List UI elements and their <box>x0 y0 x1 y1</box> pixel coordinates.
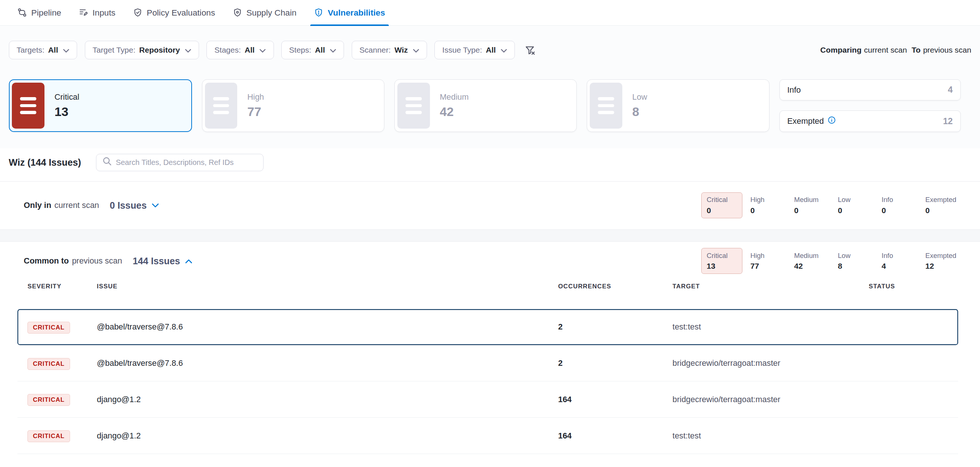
target-cell: bridgecrewio/terragoat:master <box>672 358 869 368</box>
group-prefix: Common to <box>24 256 69 266</box>
critical-list-icon <box>12 83 45 129</box>
chip-low: Low 0 <box>832 192 873 218</box>
target-cell: test:test <box>672 322 869 332</box>
occurrences-cell: 2 <box>558 358 673 368</box>
wiz-header-row: Wiz (144 Issues) <box>0 153 980 172</box>
chip-critical: Critical 0 <box>701 192 742 218</box>
group-header: Common to previous scan 144 Issues Criti… <box>0 241 980 281</box>
severity-badge: CRITICAL <box>27 358 70 370</box>
issue-cell: django@1.2 <box>97 395 558 404</box>
low-list-icon <box>590 83 622 129</box>
chevron-down-icon <box>184 46 191 54</box>
only-in-current-scan-panel: Only in current scan 0 Issues Critical 0… <box>0 181 980 230</box>
common-to-previous-issues-toggle[interactable]: 144 Issues <box>133 256 193 267</box>
table-header-row: SEVERITY ISSUE OCCURRENCES TARGET STATUS <box>18 280 958 301</box>
common-to-previous-scan-panel: Common to previous scan 144 Issues Criti… <box>0 241 980 467</box>
clear-filters-icon[interactable] <box>522 42 538 58</box>
tab-supply-chain[interactable]: Supply Chain <box>224 0 305 25</box>
target-cell: test:test <box>672 431 869 441</box>
severity-card-label: Critical <box>54 92 79 102</box>
col-status: STATUS <box>869 283 958 290</box>
pipeline-icon <box>18 8 27 17</box>
search-box <box>96 154 264 171</box>
tab-label: Pipeline <box>31 8 61 18</box>
tab-vulnerabilities[interactable]: Vulnerabilities <box>305 0 394 25</box>
severity-card-count: 42 <box>440 105 469 119</box>
exempted-card-count: 12 <box>943 116 953 126</box>
group-rest: previous scan <box>72 256 122 266</box>
issue-cell: django@1.2 <box>97 431 558 441</box>
medium-list-icon <box>397 83 430 129</box>
chip-high: High 77 <box>745 248 786 274</box>
severity-card-count: 13 <box>54 105 79 119</box>
scanner-filter[interactable]: Scanner: Wiz <box>352 41 427 60</box>
exempted-card-label: Exempted <box>787 116 824 126</box>
search-input[interactable] <box>116 158 257 167</box>
stages-filter[interactable]: Stages: All <box>207 41 274 60</box>
issues-table: SEVERITY ISSUE OCCURRENCES TARGET STATUS… <box>18 280 958 454</box>
severity-badge: CRITICAL <box>27 430 70 442</box>
severity-badge: CRITICAL <box>27 322 70 334</box>
target-cell: bridgecrewio/terragoat:master <box>672 395 869 404</box>
chevron-up-icon <box>185 256 192 266</box>
occurrences-cell: 2 <box>558 322 673 332</box>
targets-filter[interactable]: Targets: All <box>9 41 78 60</box>
group-header: Only in current scan 0 Issues Critical 0… <box>0 182 980 229</box>
severity-card-label: Medium <box>440 92 469 102</box>
filter-row: Targets: All Target Type: Repository Sta… <box>0 41 980 60</box>
filters-section: Targets: All Target Type: Repository Sta… <box>0 25 980 148</box>
severity-card-low[interactable]: Low 8 <box>587 79 769 132</box>
exempted-card[interactable]: Exempted 12 <box>780 110 961 132</box>
tab-label: Supply Chain <box>247 8 296 18</box>
chevron-down-icon <box>151 200 159 210</box>
target-type-filter[interactable]: Target Type: Repository <box>85 41 199 60</box>
col-occurrences: OCCURRENCES <box>558 283 673 290</box>
severity-card-high[interactable]: High 77 <box>202 79 384 132</box>
chevron-down-icon <box>500 46 507 54</box>
search-icon <box>103 157 111 168</box>
severity-card-label: High <box>247 92 264 102</box>
severity-card-count: 8 <box>632 105 647 119</box>
table-row[interactable]: CRITICAL django@1.2 164 test:test <box>18 418 958 454</box>
chip-critical: Critical 13 <box>701 248 742 274</box>
tab-label: Vulnerabilities <box>328 8 385 18</box>
supply-chain-icon <box>233 8 242 17</box>
chip-medium: Medium 0 <box>789 192 830 218</box>
section-title: Wiz (144 Issues) <box>9 157 81 168</box>
severity-card-label: Low <box>632 92 647 102</box>
scan-comparison-area: Only in current scan 0 Issues Critical 0… <box>0 181 980 467</box>
tab-policy-evaluations[interactable]: Policy Evaluations <box>124 0 224 25</box>
chip-high: High 0 <box>745 192 786 218</box>
table-row[interactable]: CRITICAL @babel/traverse@7.8.6 2 bridgec… <box>18 345 958 382</box>
chip-low: Low 8 <box>832 248 873 274</box>
issue-type-filter[interactable]: Issue Type: All <box>434 41 515 60</box>
chevron-down-icon <box>62 46 69 54</box>
steps-filter[interactable]: Steps: All <box>281 41 344 60</box>
occurrences-cell: 164 <box>558 431 673 441</box>
table-body: CRITICAL @babel/traverse@7.8.6 2 test:te… <box>18 309 958 454</box>
tab-pipeline[interactable]: Pipeline <box>9 0 70 25</box>
side-cards: Info 4 Exempted 12 <box>780 79 961 132</box>
tab-inputs[interactable]: Inputs <box>70 0 124 25</box>
severity-card-medium[interactable]: Medium 42 <box>395 79 577 132</box>
chevron-down-icon <box>329 46 336 54</box>
severity-badge: CRITICAL <box>27 394 70 406</box>
policy-evaluations-icon <box>133 8 142 17</box>
info-card[interactable]: Info 4 <box>780 79 961 100</box>
severity-chips: Critical 13 High 77 Medium 42 Low 8 <box>701 248 961 274</box>
col-issue: ISSUE <box>97 283 558 290</box>
vulnerabilities-icon <box>314 8 323 17</box>
chip-info: Info 0 <box>876 192 917 218</box>
chip-info: Info 4 <box>876 248 917 274</box>
table-row[interactable]: CRITICAL @babel/traverse@7.8.6 2 test:te… <box>18 309 958 345</box>
only-in-current-issues-toggle[interactable]: 0 Issues <box>110 200 159 211</box>
table-row[interactable]: CRITICAL django@1.2 164 bridgecrewio/ter… <box>18 381 958 418</box>
severity-card-critical[interactable]: Critical 13 <box>9 79 192 132</box>
tab-label: Inputs <box>92 8 115 18</box>
inputs-icon <box>79 8 88 17</box>
chip-exempted: Exempted 12 <box>920 248 961 274</box>
chevron-down-icon <box>258 46 266 54</box>
tab-bar: Pipeline Inputs Policy Evaluations Suppl… <box>0 0 980 25</box>
severity-cards-row: Critical 13 High 77 Medium 42 <box>0 79 980 148</box>
vulnerabilities-page: Pipeline Inputs Policy Evaluations Suppl… <box>0 0 980 467</box>
